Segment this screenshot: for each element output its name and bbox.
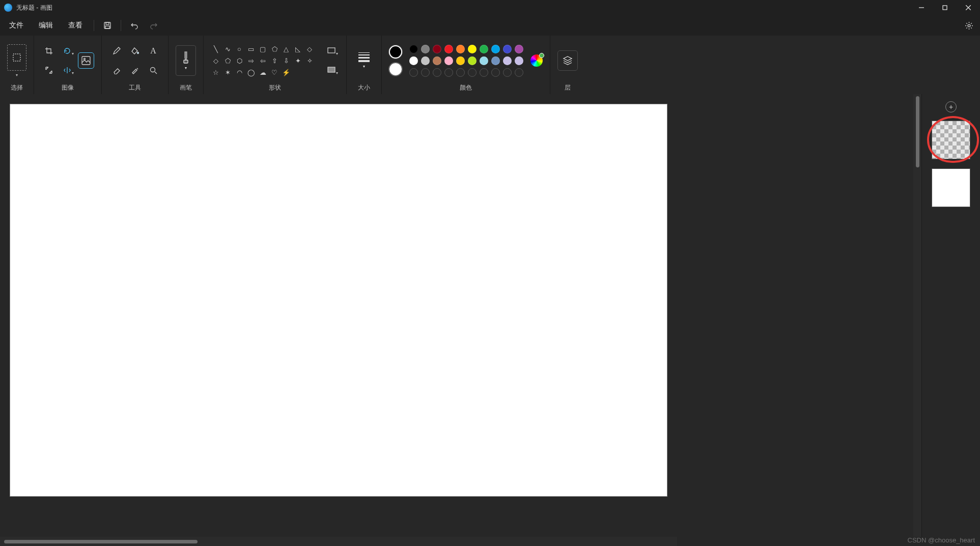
color-swatch-empty[interactable] [456,68,465,77]
eraser-tool[interactable] [109,64,124,76]
menu-view[interactable]: 查看 [61,18,90,33]
app-icon [4,4,12,12]
separator [121,20,121,31]
select-tool[interactable] [7,44,26,71]
fill-tool[interactable] [127,45,143,57]
image-select-tool[interactable] [78,52,94,69]
color-swatch[interactable] [444,56,453,65]
color-swatch-empty[interactable] [421,68,430,77]
svg-rect-6 [105,26,109,28]
color-swatch[interactable] [409,45,418,53]
canvas[interactable] [10,104,667,496]
shape-arrow-right[interactable]: ⇨ [246,55,256,66]
color-swatch[interactable] [480,56,488,65]
layers-toggle-button[interactable] [557,50,578,71]
minimize-button[interactable] [910,0,933,15]
color-swatch[interactable] [468,56,477,65]
color-swatch[interactable] [421,56,430,65]
color-swatch[interactable] [491,45,500,53]
color-swatch-empty[interactable] [480,68,488,77]
shape-sparkle[interactable]: ✧ [304,55,315,66]
svg-rect-9 [82,56,90,65]
color-swatch-empty[interactable] [515,68,523,77]
shape-6star[interactable]: ✶ [222,67,233,77]
edit-colors-button[interactable] [530,54,543,67]
shape-callout-oval[interactable]: ◯ [246,67,256,77]
color-swatch[interactable] [491,56,500,65]
color-main [389,45,402,76]
size-dropdown[interactable]: ▾ [354,45,374,76]
color-swatch-empty[interactable] [444,68,453,77]
menu-file[interactable]: 文件 [2,18,31,33]
maximize-button[interactable] [933,0,957,15]
shape-diamond[interactable]: ◇ [211,55,221,66]
shape-4star[interactable]: ✦ [293,55,303,66]
menu-edit[interactable]: 编辑 [32,18,60,33]
color-swatch[interactable] [421,45,430,53]
resize-tool[interactable] [41,64,57,76]
color-swatch[interactable] [444,45,453,53]
close-button[interactable] [957,0,980,15]
shape-arrow-left[interactable]: ⇦ [258,55,268,66]
shape-arrow-down[interactable]: ⇩ [281,55,291,66]
color-swatch[interactable] [468,45,477,53]
crop-tool[interactable] [41,45,57,57]
color-swatch-empty[interactable] [468,68,477,77]
brushes-dropdown[interactable]: ▾ [176,45,196,76]
shape-heart[interactable]: ♡ [269,67,279,77]
color-swatch-empty[interactable] [503,68,512,77]
settings-button[interactable] [960,18,978,33]
shape-5star[interactable]: ☆ [211,67,221,77]
color-secondary[interactable] [389,63,402,76]
color-swatch[interactable] [480,45,488,53]
shape-hexagon[interactable]: ⬡ [234,55,244,66]
shape-fill-dropdown[interactable]: ▾ [324,64,339,76]
rotate-tool[interactable]: ▾ [60,45,75,57]
vertical-scrollbar[interactable] [913,94,921,537]
color-swatch[interactable] [433,45,441,53]
color-swatch-empty[interactable] [409,68,418,77]
picker-tool[interactable] [127,64,143,76]
color-swatch[interactable] [503,45,512,53]
flip-tool[interactable]: ▾ [60,64,75,76]
shape-triangle[interactable]: △ [281,44,291,54]
svg-line-13 [155,72,157,74]
shape-curve[interactable]: ∿ [222,44,233,54]
shape-callout-cloud[interactable]: ☁ [258,67,268,77]
shape-rect[interactable]: ▭ [246,44,256,54]
ribbon-label-shapes: 形状 [269,83,281,92]
color-swatch-empty[interactable] [433,68,441,77]
add-layer-button[interactable]: + [945,101,957,112]
redo-button[interactable] [145,18,163,33]
svg-rect-1 [943,6,947,10]
color-swatch[interactable] [456,56,465,65]
pencil-tool[interactable] [109,45,124,57]
shape-outline-dropdown[interactable]: ▾ [324,45,339,57]
color-swatch[interactable] [456,45,465,53]
color-swatch[interactable] [515,45,523,53]
undo-button[interactable] [125,18,144,33]
layer-thumbnail-transparent[interactable] [932,121,970,159]
color-swatch[interactable] [433,56,441,65]
shape-right-triangle[interactable]: ◺ [293,44,303,54]
shape-callout-round[interactable]: ◠ [234,67,244,77]
shape-arrow-up[interactable]: ⇧ [269,55,279,66]
layer-thumbnail-white[interactable] [932,168,970,207]
color-primary[interactable] [389,45,402,59]
color-swatch[interactable] [409,56,418,65]
shape-diamond-outline[interactable]: ◇ [304,44,315,54]
color-swatch-empty[interactable] [491,68,500,77]
shape-polygon[interactable]: ⬠ [269,44,279,54]
save-button[interactable] [98,18,117,33]
shape-gallery: ╲ ∿ ○ ▭ ▢ ⬠ △ ◺ ◇ ◇ ⬠ ⬡ ⇨ ⇦ ⇧ ⇩ ✦ ✧ ☆ ✶ [211,44,315,77]
magnifier-tool[interactable] [146,64,161,76]
shape-pentagon[interactable]: ⬠ [222,55,233,66]
shape-oval[interactable]: ○ [234,44,244,54]
shape-roundrect[interactable]: ▢ [258,44,268,54]
shape-lightning[interactable]: ⚡ [281,67,291,77]
horizontal-scrollbar[interactable] [0,537,677,546]
color-swatch[interactable] [503,56,512,65]
shape-line[interactable]: ╲ [211,44,221,54]
text-tool[interactable]: A [146,45,161,57]
color-swatch[interactable] [515,56,523,65]
